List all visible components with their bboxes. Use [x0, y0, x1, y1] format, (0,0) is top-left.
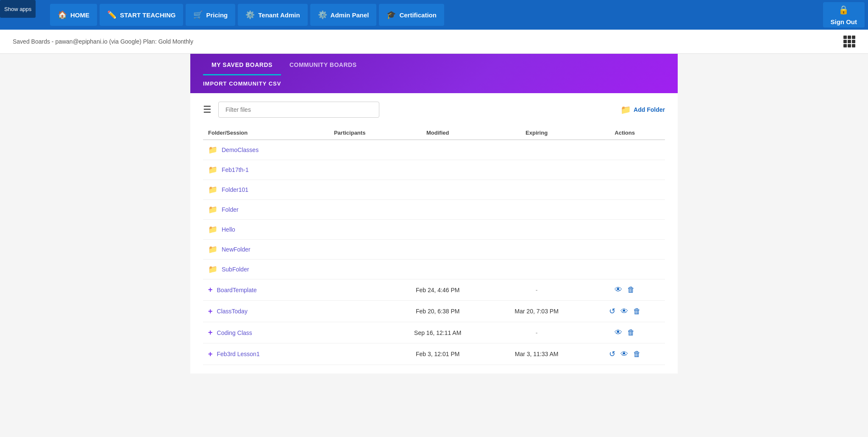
restore-button[interactable]: ↺: [607, 348, 617, 360]
table-row: 📁 DemoClasses: [203, 140, 665, 160]
folder-label[interactable]: Feb17th-1: [222, 166, 249, 173]
pricing-label: Pricing: [206, 11, 228, 19]
folder-label[interactable]: Hello: [222, 226, 235, 233]
tenant-admin-icon: ⚙️: [245, 10, 255, 19]
session-actions: ↺ 👁 🗑: [584, 343, 665, 365]
session-modified: Feb 3, 12:01 PM: [387, 343, 489, 365]
delete-button[interactable]: 🗑: [626, 285, 637, 295]
view-button[interactable]: 👁: [619, 306, 630, 317]
session-label[interactable]: ClassToday: [217, 308, 248, 315]
home-label: HOME: [70, 11, 89, 19]
table-row: 📁 SubFolder: [203, 260, 665, 279]
certification-icon: 🎓: [387, 10, 396, 19]
add-folder-label: Add Folder: [634, 106, 665, 113]
pricing-button[interactable]: 🛒 Pricing: [186, 4, 235, 26]
folder-label[interactable]: Folder: [222, 206, 239, 213]
hamburger-icon[interactable]: ☰: [203, 104, 211, 115]
session-name-cell[interactable]: + Feb3rd Lesson1: [203, 343, 313, 365]
folder-actions: [584, 180, 665, 200]
folder-label[interactable]: NewFolder: [222, 246, 250, 253]
session-expiring: Mar 3, 11:33 AM: [489, 343, 584, 365]
show-apps-button[interactable]: Show apps: [0, 0, 36, 18]
delete-button[interactable]: 🗑: [626, 327, 637, 338]
folder-modified: [387, 220, 489, 240]
folder-name-cell[interactable]: 📁 Folder: [203, 200, 313, 220]
folder-name-cell[interactable]: 📁 Folder101: [203, 180, 313, 200]
home-icon: 🏠: [58, 10, 67, 19]
session-label[interactable]: BoardTemplate: [217, 287, 257, 293]
table-row: + Feb3rd Lesson1 Feb 3, 12:01 PM Mar 3, …: [203, 343, 665, 365]
session-modified: Feb 20, 6:38 PM: [387, 301, 489, 322]
import-row: IMPORT COMMUNITY CSV: [203, 75, 665, 93]
col-modified: Modified: [387, 126, 489, 140]
folder-icon: 📁: [208, 165, 217, 174]
delete-button[interactable]: 🗑: [632, 349, 643, 360]
folder-expiring: [489, 220, 584, 240]
start-teaching-button[interactable]: ✏️ START TEACHING: [100, 4, 183, 26]
boards-section: ☰ 📁 Add Folder Folder/Session Participan…: [190, 93, 678, 373]
folder-participants: [313, 260, 387, 279]
start-teaching-label: START TEACHING: [120, 11, 175, 19]
breadcrumb-bar: Saved Boards - pawan@epiphani.io (via Go…: [0, 30, 868, 54]
view-button[interactable]: 👁: [613, 327, 624, 338]
folder-expiring: [489, 240, 584, 260]
session-label[interactable]: Coding Class: [217, 329, 252, 336]
folder-name-cell[interactable]: 📁 Hello: [203, 220, 313, 240]
session-actions: 👁 🗑: [584, 279, 665, 301]
view-button[interactable]: 👁: [619, 349, 630, 360]
folder-label[interactable]: DemoClasses: [222, 147, 259, 153]
folder-modified: [387, 200, 489, 220]
folder-label[interactable]: Folder101: [222, 186, 248, 193]
tabs-header: MY SAVED BOARDS COMMUNITY BOARDS IMPORT …: [190, 54, 678, 93]
certification-button[interactable]: 🎓 Certification: [379, 4, 444, 26]
folder-icon: 📁: [208, 245, 217, 254]
session-name-cell[interactable]: + Coding Class: [203, 322, 313, 343]
sign-out-button[interactable]: 🔒 Sign Out: [823, 2, 865, 28]
folder-name-cell[interactable]: 📁 SubFolder: [203, 260, 313, 279]
col-folder-session: Folder/Session: [203, 126, 313, 140]
import-community-csv-button[interactable]: IMPORT COMMUNITY CSV: [203, 80, 281, 87]
session-participants: [313, 322, 387, 343]
table-row: 📁 Hello: [203, 220, 665, 240]
folder-label[interactable]: SubFolder: [222, 266, 249, 273]
plus-icon: +: [208, 328, 213, 337]
session-expiring: -: [489, 322, 584, 343]
session-name-cell[interactable]: + ClassToday: [203, 301, 313, 322]
table-row: 📁 Feb17th-1: [203, 160, 665, 180]
session-participants: [313, 301, 387, 322]
folder-name-cell[interactable]: 📁 Feb17th-1: [203, 160, 313, 180]
folder-icon: 📁: [208, 145, 217, 155]
home-button[interactable]: 🏠 HOME: [50, 4, 97, 26]
filter-input[interactable]: [218, 102, 379, 118]
folder-name-cell[interactable]: 📁 NewFolder: [203, 240, 313, 260]
folder-actions: [584, 200, 665, 220]
folder-modified: [387, 260, 489, 279]
plus-icon: +: [208, 307, 213, 316]
session-participants: [313, 343, 387, 365]
folder-name-cell[interactable]: 📁 DemoClasses: [203, 140, 313, 160]
sign-out-label: Sign Out: [831, 18, 857, 25]
admin-panel-label: Admin Panel: [331, 11, 369, 19]
session-participants: [313, 279, 387, 301]
tab-my-saved-boards[interactable]: MY SAVED BOARDS: [203, 54, 281, 75]
view-button[interactable]: 👁: [613, 285, 624, 295]
folder-blue-icon: 📁: [620, 105, 631, 115]
folder-modified: [387, 180, 489, 200]
pricing-icon: 🛒: [193, 10, 203, 19]
grid-view-icon[interactable]: [843, 36, 855, 47]
breadcrumb-text: Saved Boards - pawan@epiphani.io (via Go…: [13, 38, 193, 45]
tab-community-boards[interactable]: COMMUNITY BOARDS: [281, 54, 365, 75]
start-teaching-icon: ✏️: [107, 10, 117, 19]
admin-panel-button[interactable]: ⚙️ Admin Panel: [310, 4, 377, 26]
folder-modified: [387, 160, 489, 180]
session-name-cell[interactable]: + BoardTemplate: [203, 279, 313, 301]
delete-button[interactable]: 🗑: [632, 306, 643, 317]
folder-participants: [313, 240, 387, 260]
boards-table: Folder/Session Participants Modified Exp…: [203, 126, 665, 365]
session-label[interactable]: Feb3rd Lesson1: [217, 351, 260, 357]
restore-button[interactable]: ↺: [607, 306, 617, 317]
folder-participants: [313, 160, 387, 180]
add-folder-button[interactable]: 📁 Add Folder: [620, 105, 665, 115]
folder-participants: [313, 140, 387, 160]
tenant-admin-button[interactable]: ⚙️ Tenant Admin: [238, 4, 307, 26]
